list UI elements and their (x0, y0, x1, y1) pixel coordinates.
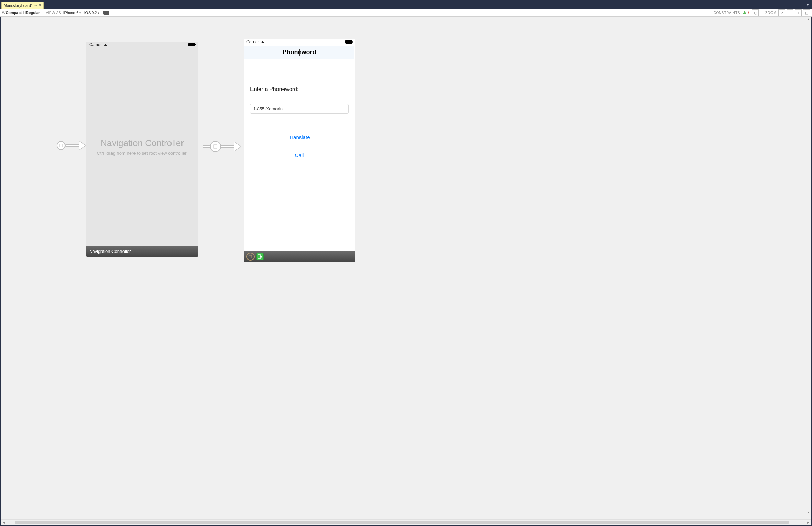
zoom-fit-icon[interactable]: ⤢ (778, 9, 785, 16)
document-tab[interactable]: Main.storyboard* ⊸ × (1, 2, 44, 9)
ios-version-picker[interactable]: iOS 9.2 (83, 10, 101, 15)
initial-segue-arrow[interactable] (57, 141, 85, 150)
carrier-label: Carrier (89, 42, 102, 47)
separator (762, 10, 762, 15)
carrier-label: Carrier (246, 39, 259, 44)
constraint-add-icon[interactable]: ⯅ (743, 11, 746, 14)
navigation-controller-scene[interactable]: Carrier Navigation Controller Ctrl+drag … (86, 42, 198, 257)
zoom-actual-icon[interactable]: ◫ (803, 9, 810, 16)
pin-icon[interactable]: ⊸ (34, 3, 37, 7)
options-toolbar: WCompact HRegular VIEW AS iPhone 6 iOS 9… (0, 9, 812, 17)
horizontal-scrollbar[interactable]: ◀ ▶ (1, 519, 811, 525)
tabs-overflow-icon[interactable]: ▾ (807, 3, 809, 7)
svg-rect-1 (214, 145, 217, 148)
battery-icon (188, 43, 195, 46)
size-class-width[interactable]: WCompact (2, 11, 22, 15)
document-tab-title: Main.storyboard* (4, 3, 32, 8)
status-bar: Carrier (86, 42, 198, 48)
nav-controller-body: Navigation Controller Ctrl+drag from her… (86, 48, 198, 246)
scroll-left-icon[interactable]: ◀ (1, 521, 6, 524)
zoom-label: ZOOM (765, 11, 776, 15)
textfield-value: 1-855-Xamarin (253, 106, 283, 112)
view-as-label: VIEW AS (46, 11, 61, 15)
segue-source-icon (57, 141, 66, 150)
constraints-indicators: ⯅ ✶ (743, 11, 750, 14)
navigation-bar[interactable]: Phoneword (244, 45, 355, 59)
wifi-icon (103, 43, 108, 46)
nav-controller-title: Navigation Controller (101, 138, 184, 149)
scroll-down-icon[interactable]: ▼ (807, 511, 810, 514)
call-button[interactable]: Call (250, 152, 349, 158)
phoneword-scene[interactable]: Carrier Phoneword Enter a Phoneword: 1-8… (244, 39, 355, 262)
scroll-right-icon[interactable]: ▶ (806, 521, 811, 524)
translate-button[interactable]: Translate (250, 134, 349, 140)
battery-icon (345, 40, 352, 44)
orientation-toggle-icon[interactable] (103, 11, 109, 15)
scroll-track[interactable] (7, 521, 805, 524)
document-tab-row: Main.storyboard* ⊸ × ▾ (0, 2, 812, 9)
scroll-up-icon[interactable]: ▲ (807, 17, 810, 21)
first-responder-icon[interactable] (246, 253, 255, 261)
device-picker[interactable]: iPhone 6 (62, 10, 82, 15)
zoom-in-icon[interactable]: + (795, 9, 802, 16)
zoom-out-icon[interactable]: − (787, 9, 793, 16)
segue-line (203, 145, 210, 148)
size-class-height[interactable]: HRegular (23, 11, 40, 15)
storyboard-canvas-outer: Carrier Navigation Controller Ctrl+drag … (0, 17, 812, 526)
arrow-right-icon (234, 142, 241, 151)
frames-mode-icon[interactable]: ▢ (752, 9, 759, 16)
vertical-scrollbar[interactable]: ▲ ▼ (807, 17, 811, 515)
svg-rect-0 (60, 144, 62, 147)
segue-kind-icon (210, 141, 221, 152)
phoneword-textfield[interactable]: 1-855-Xamarin (250, 104, 349, 114)
scroll-thumb[interactable] (15, 521, 789, 524)
scene-dock[interactable]: Navigation Controller (86, 246, 198, 257)
constraint-remove-icon[interactable]: ✶ (746, 11, 750, 14)
nav-title[interactable]: Phoneword (283, 49, 316, 56)
nav-controller-hint: Ctrl+drag from here to set root view con… (97, 151, 187, 156)
svg-rect-2 (249, 255, 252, 258)
scene-dock-title: Navigation Controller (89, 249, 131, 254)
close-icon[interactable]: × (39, 3, 41, 7)
constraints-label: CONSTRAINTS (714, 11, 740, 15)
segue-line (221, 145, 234, 148)
storyboard-canvas[interactable]: Carrier Navigation Controller Ctrl+drag … (1, 17, 811, 519)
wifi-icon (260, 40, 265, 44)
exit-icon[interactable] (257, 253, 263, 260)
segue-line (66, 144, 79, 147)
status-bar: Carrier (244, 39, 355, 45)
arrow-right-icon (79, 141, 85, 150)
root-segue-arrow[interactable] (203, 141, 241, 152)
prompt-label: Enter a Phoneword: (250, 86, 349, 92)
view-body[interactable]: Enter a Phoneword: 1-855-Xamarin Transla… (244, 59, 355, 251)
scene-dock[interactable] (244, 251, 355, 262)
svg-rect-3 (258, 255, 260, 259)
separator (43, 10, 43, 15)
